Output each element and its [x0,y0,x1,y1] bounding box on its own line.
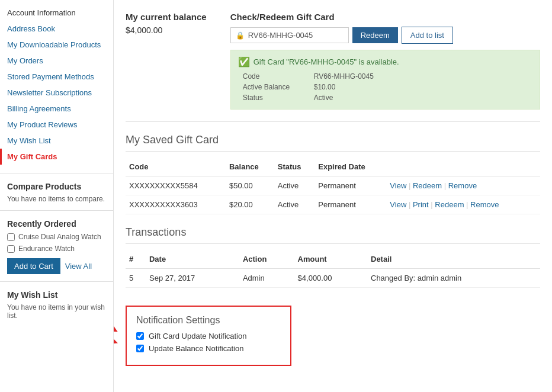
compare-title: Compare Products [0,177,113,194]
saved-gift-card-title: My Saved Gift Card [126,134,540,152]
gift-card-input[interactable] [248,31,343,40]
table-row: 5 Sep 27, 2017 Admin $4,000.00 Changed B… [126,269,540,288]
add-to-cart-row: Add to Cart View All [0,255,113,278]
active-balance-label: Active Balance [238,82,309,92]
trans-header-row: # Date Action Amount Detail [126,250,540,269]
table-header-row: Code Balance Status Expired Date [126,158,540,176]
sidebar-item-account-info[interactable]: Account Information [0,5,113,21]
sidebar-item-billing[interactable]: Billing Agreements [0,101,113,117]
col-status: Status [274,158,314,176]
gift-card-available-row: ✅ Gift Card "RV66-MHHG-0045" is availabl… [238,56,532,68]
trans-action: Admin [239,269,294,288]
trans-col-num: # [126,250,146,269]
view-all-link[interactable]: View All [65,262,92,271]
main-content: My current balance $4,000.00 Check/Redee… [114,0,552,392]
action-print-link[interactable]: Print [413,200,429,209]
add-to-list-button[interactable]: Add to list [402,27,453,44]
trans-detail: Changed By: admin admin [367,269,540,288]
gift-card-info-box: ✅ Gift Card "RV66-MHHG-0045" is availabl… [230,50,540,110]
check-circle-icon: ✅ [238,56,250,68]
detail-row-status: Status Active [238,92,532,103]
active-balance-value: $10.00 [309,82,532,92]
notification-label-1: Update Balance Notification [149,344,243,353]
trans-num: 5 [126,269,146,288]
code-label: Code [238,71,309,82]
col-code: Code [126,158,226,176]
sidebar-item-address-book[interactable]: Address Book [0,21,113,37]
check-redeem-title: Check/Redeem Gift Card [230,12,540,22]
sidebar-divider-3 [0,281,113,282]
table-row: XXXXXXXXXX5584 $50.00 Active Permanent V… [126,176,540,195]
trans-col-amount: Amount [294,250,367,269]
balance-section: My current balance $4,000.00 [126,12,207,35]
sidebar-item-newsletter[interactable]: Newsletter Subscriptions [0,85,113,101]
detail-row-code: Code RV66-MHHG-0045 [238,71,532,82]
item1-label: Cruise Dual Analog Watch [18,233,101,241]
status-label: Status [238,92,309,103]
status-value: Active [309,92,532,103]
notification-area: ➤ ➤ Notification Settings Gift Card Upda… [126,300,291,366]
notification-items-container: Gift Card Update Notification Update Bal… [136,332,281,353]
card-status: Active [274,195,314,214]
sidebar: Account Information Address Book My Down… [0,0,114,392]
sidebar-item-gift-cards[interactable]: My Gift Cards [0,149,113,165]
action-remove-link[interactable]: Remove [448,181,477,190]
arrow-icon-2: ➤ [114,333,121,349]
detail-row-balance: Active Balance $10.00 [238,82,532,92]
lock-icon: 🔒 [236,31,245,40]
card-actions: View | Print | Redeem | Remove [386,195,540,214]
trans-col-date: Date [146,250,239,269]
action-redeem-link[interactable]: Redeem [413,181,442,190]
card-status: Active [274,176,314,195]
notification-item-0: Gift Card Update Notification [136,332,281,340]
transactions-title: Transactions [126,226,540,244]
card-balance: $50.00 [226,176,274,195]
sidebar-divider-1 [0,173,113,173]
check-redeem-section: Check/Redeem Gift Card 🔒 Redeem Add to l… [230,12,540,110]
action-view-link[interactable]: View [390,200,406,209]
sidebar-item-wishlist[interactable]: My Wish List [0,133,113,149]
card-expiry: Permanent [314,176,386,195]
notification-box: Notification Settings Gift Card Update N… [126,306,291,366]
wishlist-note: You have no items in your wish list. [0,302,113,323]
card-actions: View | Redeem | Remove [386,176,540,195]
card-code: XXXXXXXXXX5584 [126,176,226,195]
sidebar-item-reviews[interactable]: My Product Reviews [0,117,113,133]
trans-col-detail: Detail [367,250,540,269]
redeem-button[interactable]: Redeem [352,27,398,43]
notification-checkbox-0[interactable] [136,332,144,340]
wishlist-title: My Wish List [0,285,113,302]
sidebar-item-orders[interactable]: My Orders [0,53,113,69]
balance-title: My current balance [126,12,207,22]
item2-checkbox[interactable] [7,245,15,253]
trans-amount: $4,000.00 [294,269,367,288]
saved-gift-cards-table: Code Balance Status Expired Date XXXXXXX… [126,158,540,214]
trans-date: Sep 27, 2017 [146,269,239,288]
transactions-table: # Date Action Amount Detail 5 Sep 27, 20… [126,250,540,288]
sidebar-item-stored-payment[interactable]: Stored Payment Methods [0,69,113,85]
card-expiry: Permanent [314,195,386,214]
item2-label: Endurance Watch [18,245,75,253]
gift-card-input-wrapper: 🔒 [230,27,349,43]
notification-checkbox-1[interactable] [136,345,144,352]
item1-checkbox[interactable] [7,233,15,241]
col-balance: Balance [226,158,274,176]
balance-amount: $4,000.00 [126,25,207,35]
action-view-link[interactable]: View [390,181,406,190]
add-to-cart-button[interactable]: Add to Cart [7,258,60,274]
code-value: RV66-MHHG-0045 [309,71,532,82]
action-redeem-link[interactable]: Redeem [435,200,464,209]
recently-ordered-title: Recently Ordered [0,214,113,231]
recently-ordered-item-2: Endurance Watch [0,243,113,255]
top-section: My current balance $4,000.00 Check/Redee… [126,6,540,122]
gift-card-available-text: Gift Card "RV66-MHHG-0045" is available. [253,57,399,66]
sidebar-item-downloadable[interactable]: My Downloadable Products [0,37,113,53]
compare-note: You have no items to compare. [0,194,113,207]
gift-card-details-table: Code RV66-MHHG-0045 Active Balance $10.0… [238,71,532,103]
action-remove-link[interactable]: Remove [470,200,499,209]
table-row: XXXXXXXXXX3603 $20.00 Active Permanent V… [126,195,540,214]
redeem-input-row: 🔒 Redeem Add to list [230,27,540,44]
col-expired: Expired Date [314,158,386,176]
notification-label-0: Gift Card Update Notification [149,332,246,340]
card-code: XXXXXXXXXX3603 [126,195,226,214]
